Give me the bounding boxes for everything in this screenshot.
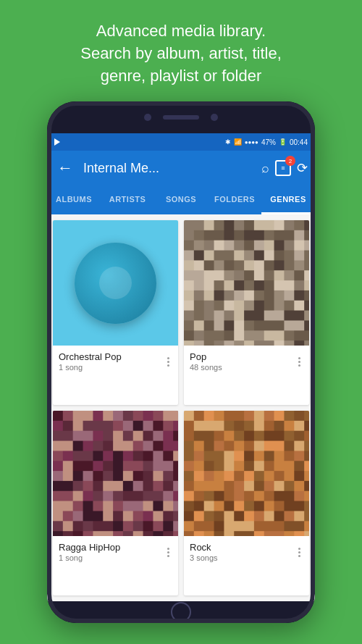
wifi-icon: 📶 <box>234 138 242 146</box>
genre-art-rock <box>184 411 309 536</box>
genre-art-pop <box>184 220 309 346</box>
status-bar: ✱ 📶 ●●●● 47% 🔋 00:44 <box>47 133 315 151</box>
more-button-orchestral[interactable] <box>164 354 172 369</box>
genre-name-rock: Rock <box>190 542 295 553</box>
genre-count-ragga: 1 song <box>59 553 164 562</box>
rock-art-canvas <box>184 411 309 536</box>
queue-icon-lines: ≡ <box>281 164 285 172</box>
genre-name-pop: Pop <box>190 351 295 362</box>
orchestral-circle <box>75 243 156 324</box>
genre-info-orchestral: Orchestral Pop 1 song <box>53 346 178 377</box>
more-button-ragga[interactable] <box>164 545 172 560</box>
tab-artists[interactable]: ARTISTS <box>101 185 154 214</box>
battery-percent: 47% <box>261 138 276 146</box>
pop-art-canvas <box>184 220 309 346</box>
camera-right <box>211 114 218 121</box>
genre-info-pop: Pop 48 songs <box>184 346 309 377</box>
app-bar-actions: ⌕ ≡ 2 ⟳ <box>261 160 308 176</box>
sync-button[interactable]: ⟳ <box>297 160 308 176</box>
genres-grid: Orchestral Pop 1 song Po <box>47 214 315 601</box>
genre-card-orchestral[interactable]: Orchestral Pop 1 song <box>53 220 178 405</box>
tab-bar: ALBUMS ARTISTS SONGS FOLDERS GENRES <box>47 185 315 214</box>
signal-bars: ●●●● <box>245 139 258 146</box>
camera <box>144 114 151 121</box>
genre-count-pop: 48 songs <box>190 363 295 372</box>
genre-info-rock: Rock 3 songs <box>184 536 309 568</box>
back-button[interactable]: ← <box>54 156 76 180</box>
genre-text-rock: Rock 3 songs <box>190 542 295 562</box>
more-button-pop[interactable] <box>295 354 303 369</box>
genre-name-orchestral: Orchestral Pop <box>59 351 164 362</box>
search-button[interactable]: ⌕ <box>261 161 269 176</box>
genre-name-ragga: Ragga HipHop <box>59 542 164 553</box>
more-button-rock[interactable] <box>295 545 303 560</box>
genre-count-orchestral: 1 song <box>59 363 164 372</box>
speaker <box>163 115 199 120</box>
genre-text-orchestral: Orchestral Pop 1 song <box>59 351 164 372</box>
status-left <box>54 138 60 146</box>
app-bar-title: Internal Me... <box>83 161 254 176</box>
phone-screen: ✱ 📶 ●●●● 47% 🔋 00:44 ← Internal Me... ⌕ … <box>47 133 315 601</box>
battery-icon: 🔋 <box>279 138 287 146</box>
status-right: ✱ 📶 ●●●● 47% 🔋 00:44 <box>225 138 308 146</box>
tab-albums[interactable]: ALBUMS <box>47 185 101 214</box>
ragga-art-canvas <box>53 411 178 536</box>
scroll-indicator <box>312 414 315 451</box>
time-display: 00:44 <box>290 138 308 146</box>
play-status-icon <box>54 138 60 146</box>
genre-count-rock: 3 songs <box>190 553 295 562</box>
genre-art-orchestral <box>53 220 178 346</box>
genre-text-ragga: Ragga HipHop 1 song <box>59 542 164 562</box>
genre-info-ragga: Ragga HipHop 1 song <box>53 536 178 568</box>
bluetooth-icon: ✱ <box>225 138 231 146</box>
genre-art-ragga <box>53 411 178 536</box>
tab-songs[interactable]: SONGS <box>154 185 208 214</box>
app-description: Advanced media library. Search by album,… <box>51 0 311 101</box>
home-button[interactable] <box>171 602 191 622</box>
queue-count-badge: 2 <box>285 156 295 166</box>
tab-folders[interactable]: FOLDERS <box>208 185 261 214</box>
phone-bottom-bar <box>47 601 315 623</box>
phone-top-bar <box>47 101 315 133</box>
app-bar: ← Internal Me... ⌕ ≡ 2 ⟳ <box>47 151 315 185</box>
queue-button[interactable]: ≡ 2 <box>275 160 291 176</box>
genre-card-pop[interactable]: Pop 48 songs <box>184 220 309 405</box>
tab-genres[interactable]: GENRES <box>261 185 315 214</box>
genre-card-ragga[interactable]: Ragga HipHop 1 song <box>53 411 178 595</box>
phone-frame: ✱ 📶 ●●●● 47% 🔋 00:44 ← Internal Me... ⌕ … <box>47 101 315 623</box>
genre-card-rock[interactable]: Rock 3 songs <box>184 411 309 595</box>
genre-text-pop: Pop 48 songs <box>190 351 295 372</box>
